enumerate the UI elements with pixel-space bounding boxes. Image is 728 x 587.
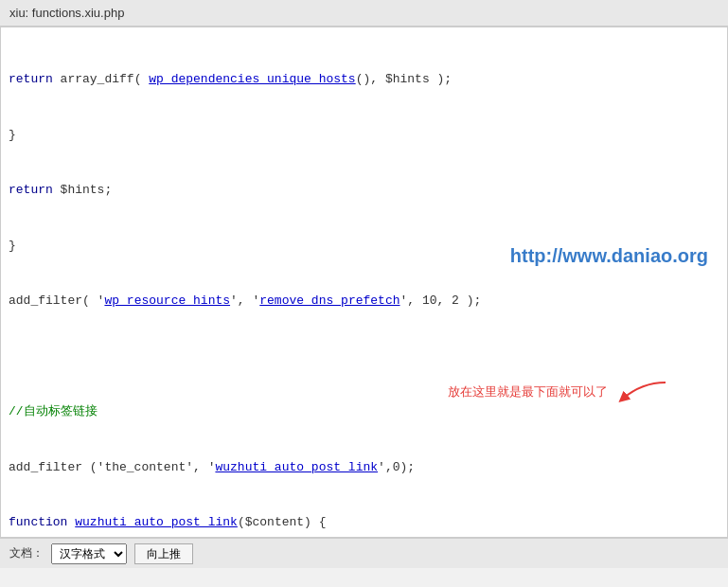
code-line: } [9, 126, 719, 145]
code-link-wp-resource-hints[interactable]: wp_resource_hints [104, 294, 230, 308]
code-line: return $hints; [9, 181, 719, 200]
title-text: xiu: functions.xiu.php [9, 6, 124, 20]
arrow-icon [613, 378, 670, 406]
code-line [9, 347, 719, 366]
watermark: http://www.daniao.org [510, 245, 708, 267]
code-link-wuzhuti[interactable]: wuzhuti_auto_post_link [215, 460, 378, 474]
code-area[interactable]: http://www.daniao.org return array_diff(… [0, 27, 728, 538]
bottom-bar: 文档： 汉字格式 向上推 [0, 538, 728, 568]
encoding-select[interactable]: 汉字格式 [51, 543, 127, 564]
code-link-remove-dns[interactable]: remove_dns_prefetch [259, 294, 400, 308]
annotation-text: 放在这里就是最下面就可以了 [448, 383, 608, 400]
code-line: function wuzhuti_auto_post_link($content… [9, 513, 719, 532]
scroll-up-button[interactable]: 向上推 [134, 543, 193, 564]
code-line: add_filter( 'wp_resource_hints', 'remove… [9, 292, 719, 311]
annotation: 放在这里就是最下面就可以了 [448, 378, 670, 406]
code-content: return array_diff( wp_dependencies_uniqu… [1, 27, 727, 538]
code-link-wp-deps[interactable]: wp_dependencies_unique_hosts [149, 72, 355, 86]
title-bar: xiu: functions.xiu.php [0, 0, 728, 27]
code-line: return array_diff( wp_dependencies_uniqu… [9, 70, 719, 89]
code-link-wuzhuti-fn[interactable]: wuzhuti_auto_post_link [75, 515, 238, 529]
encoding-label: 文档： [9, 545, 44, 561]
code-line: add_filter ('the_content', 'wuzhuti_auto… [9, 458, 719, 477]
